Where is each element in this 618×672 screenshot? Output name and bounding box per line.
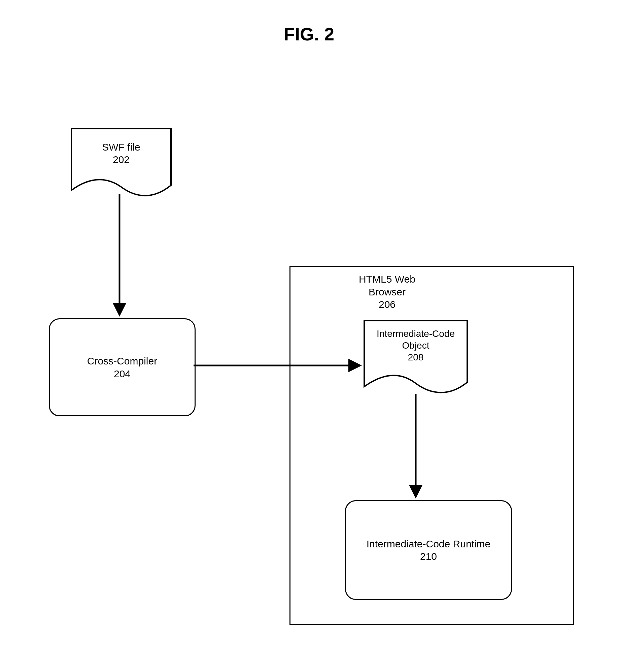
node-intermediate-object-label: Intermediate-Code Object 208 bbox=[364, 328, 468, 363]
node-swf-file: SWF file 202 bbox=[71, 128, 172, 199]
browser-line3: 206 bbox=[379, 299, 396, 310]
browser-line2: Browser bbox=[369, 286, 406, 297]
cross-compiler-line2: 204 bbox=[114, 368, 131, 379]
intermediate-runtime-line2: 210 bbox=[420, 551, 437, 562]
intermediate-object-line1: Intermediate-Code bbox=[377, 328, 455, 339]
node-cross-compiler: Cross-Compiler 204 bbox=[49, 318, 196, 416]
intermediate-object-line2: Object bbox=[402, 340, 430, 351]
node-intermediate-runtime: Intermediate-Code Runtime 210 bbox=[345, 500, 512, 600]
browser-line1: HTML5 Web bbox=[359, 274, 415, 285]
figure-title: FIG. 2 bbox=[0, 24, 618, 44]
swf-file-line1: SWF file bbox=[102, 141, 140, 153]
intermediate-runtime-line1: Intermediate-Code Runtime bbox=[367, 538, 491, 549]
node-browser-container-label: HTML5 Web Browser 206 bbox=[343, 273, 431, 311]
intermediate-object-line3: 208 bbox=[408, 352, 424, 362]
node-intermediate-runtime-label: Intermediate-Code Runtime 210 bbox=[367, 538, 491, 563]
node-swf-file-label: SWF file 202 bbox=[71, 141, 172, 166]
node-intermediate-object: Intermediate-Code Object 208 bbox=[364, 320, 468, 396]
cross-compiler-line1: Cross-Compiler bbox=[87, 355, 157, 366]
swf-file-line2: 202 bbox=[113, 154, 130, 165]
node-cross-compiler-label: Cross-Compiler 204 bbox=[87, 355, 157, 380]
